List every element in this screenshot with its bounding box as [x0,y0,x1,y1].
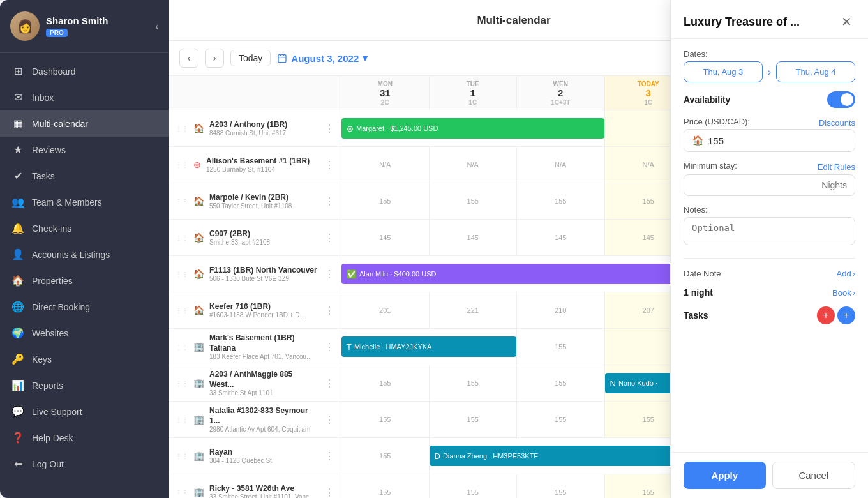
row-options-8[interactable]: ⋮ [324,414,334,426]
day-cell-10-0[interactable]: 155 [341,474,430,498]
row-options-7[interactable]: ⋮ [324,377,334,389]
day-cell-2-0[interactable]: 155 [341,183,430,219]
close-button[interactable]: ✕ [837,13,855,31]
date-from[interactable]: Thu, Aug 3 [684,61,763,82]
notes-input[interactable] [684,217,855,245]
row-options-3[interactable]: ⋮ [324,232,334,244]
day-cell-7-0[interactable]: 155 [341,365,430,401]
day-cell-7-2[interactable]: 155 [517,365,605,401]
sidebar-item-team[interactable]: 👥Team & Members [0,189,169,215]
drag-handle[interactable]: ⋮⋮ [176,489,188,496]
day-cell-3-1[interactable]: 145 [430,220,518,255]
book-link[interactable]: Book › [832,288,855,298]
drag-handle[interactable]: ⋮⋮ [176,416,188,423]
discounts-link[interactable]: Discounts [819,118,855,128]
prop-addr-9: 304 - 1128 Quebec St [209,457,272,464]
day-cell-3-0[interactable]: 145 [341,220,430,255]
sidebar-item-dashboard[interactable]: ⊞Dashboard [0,58,169,84]
prev-button[interactable]: ‹ [179,49,198,68]
drag-handle[interactable]: ⋮⋮ [176,162,188,169]
row-options-6[interactable]: ⋮ [324,341,334,353]
nav-icon-checkins: 🔔 [11,222,24,234]
drag-handle[interactable]: ⋮⋮ [176,307,188,314]
price-label-10-2: 155 [555,488,566,496]
day-cell-1-2[interactable]: N/A [517,147,605,183]
booking-bar-9[interactable]: DDianna Zheng · HM3PE53KTF [430,446,692,466]
discounts-label: Discounts [819,118,855,128]
drag-handle[interactable]: ⋮⋮ [176,234,188,241]
price-value: 155 [708,135,724,146]
sidebar-item-live-support[interactable]: 💬Live Support [0,398,169,425]
sidebar-item-reports[interactable]: 📊Reports [0,372,169,398]
day-cell-10-1[interactable]: 155 [430,474,518,498]
sidebar-item-direct-booking[interactable]: 🌐Direct Booking [0,294,169,320]
day-col-header-1: TUE11C [430,76,518,110]
day-cell-6-0[interactable]: TMichelle · HMAY2JKYKA [341,329,517,365]
availability-toggle[interactable] [827,91,855,108]
sidebar-item-multi-calendar[interactable]: ▦Multi-calendar [0,110,169,137]
day-cell-0-0[interactable]: ⊛Margaret · $1,245.00 USD [341,110,605,146]
day-cell-10-2[interactable]: 155 [517,474,605,498]
drag-handle[interactable]: ⋮⋮ [176,125,188,132]
row-options-1[interactable]: ⋮ [324,159,334,171]
property-col-header [169,76,341,110]
sidebar-item-accounts[interactable]: 👤Accounts & Listings [0,241,169,268]
day-cell-9-0[interactable]: 155 [341,438,430,474]
price-input[interactable]: 🏠 155 [684,129,855,152]
sidebar-item-inbox[interactable]: ✉Inbox [0,84,169,110]
sidebar-item-keys[interactable]: 🔑Keys [0,346,169,372]
row-options-9[interactable]: ⋮ [324,450,334,462]
day-cell-5-0[interactable]: 201 [341,292,430,328]
nights-input[interactable] [684,174,855,196]
row-options-2[interactable]: ⋮ [324,195,334,207]
add-task-button-1[interactable]: + [817,306,835,324]
sidebar-item-websites[interactable]: 🌍Websites [0,320,169,346]
sidebar-item-properties[interactable]: 🏠Properties [0,268,169,294]
drag-handle[interactable]: ⋮⋮ [176,271,188,278]
edit-rules-link[interactable]: Edit Rules [818,162,855,172]
row-options-0[interactable]: ⋮ [324,123,334,135]
cancel-button[interactable]: Cancel [772,462,856,489]
day-cell-5-2[interactable]: 210 [517,292,605,328]
booking-bar-0[interactable]: ⊛Margaret · $1,245.00 USD [341,118,604,139]
day-cell-5-1[interactable]: 221 [430,292,518,328]
sidebar-item-reviews[interactable]: ★Reviews [0,137,169,163]
row-options-5[interactable]: ⋮ [324,305,334,317]
day-cell-2-1[interactable]: 155 [430,183,518,219]
row-options-10[interactable]: ⋮ [324,487,334,499]
sidebar-item-logout[interactable]: ⬅Log Out [0,451,169,477]
day-cell-9-1[interactable]: DDianna Zheng · HM3PE53KTF [430,438,693,474]
date-to[interactable]: Thu, Aug 4 [776,61,855,82]
day-cell-8-2[interactable]: 155 [517,402,605,437]
drag-handle[interactable]: ⋮⋮ [176,380,188,387]
price-label-1-3: N/A [643,161,654,169]
day-cell-4-0[interactable]: ✅Alan Miln · $400.00 USD [341,256,692,292]
day-cell-7-1[interactable]: 155 [430,365,518,401]
booking-bar-4[interactable]: ✅Alan Miln · $400.00 USD [341,264,692,284]
date-selector[interactable]: August 3, 2022 ▾ [277,52,368,64]
day-cell-1-0[interactable]: N/A [341,147,430,183]
nav-label-tasks: Tasks [32,171,55,181]
booking-bar-6[interactable]: TMichelle · HMAY2JKYKA [341,336,516,357]
day-cell-8-0[interactable]: 155 [341,402,430,437]
day-cell-8-1[interactable]: 155 [430,402,518,437]
day-cell-2-2[interactable]: 155 [517,183,605,219]
sidebar-item-tasks[interactable]: ✔Tasks [0,163,169,189]
day-cell-1-1[interactable]: N/A [430,147,518,183]
property-cell-6: ⋮⋮ 🏢 Mark's Basement (1BR) Tatiana 183 K… [169,329,341,365]
collapse-icon[interactable]: ‹ [155,20,159,33]
add-link[interactable]: Add › [837,269,855,278]
next-button[interactable]: › [205,49,224,68]
today-button[interactable]: Today [230,50,271,66]
drag-handle[interactable]: ⋮⋮ [176,453,188,460]
sidebar-item-helpdesk[interactable]: ❓Help Desk [0,425,169,451]
sidebar-item-checkins[interactable]: 🔔Check-ins [0,215,169,241]
apply-button[interactable]: Apply [684,462,766,489]
day-cell-3-2[interactable]: 145 [517,220,605,255]
day-cell-6-2[interactable]: 155 [517,329,605,365]
add-task-button-2[interactable]: + [837,306,855,324]
drag-handle[interactable]: ⋮⋮ [176,198,188,205]
row-options-4[interactable]: ⋮ [324,268,334,280]
drag-handle[interactable]: ⋮⋮ [176,343,188,351]
nav-label-reports: Reports [32,381,63,391]
